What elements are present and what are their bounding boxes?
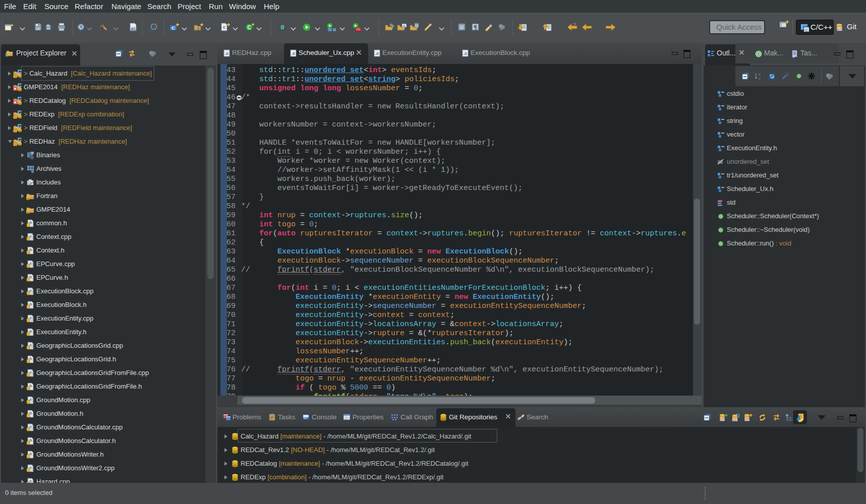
svg-text:h: h bbox=[30, 452, 32, 456]
svg-text:GIT: GIT bbox=[733, 418, 737, 421]
svg-text:h: h bbox=[30, 411, 32, 415]
svg-text:h: h bbox=[30, 247, 32, 252]
svg-text:z: z bbox=[759, 77, 761, 80]
svg-text:c: c bbox=[223, 25, 225, 30]
svg-text:h: h bbox=[30, 275, 32, 279]
svg-text:C: C bbox=[18, 97, 21, 102]
svg-text:¶: ¶ bbox=[474, 24, 477, 31]
svg-text:c: c bbox=[30, 234, 32, 238]
svg-text:h: h bbox=[30, 302, 32, 306]
svg-text:C: C bbox=[18, 110, 21, 115]
svg-text:C: C bbox=[805, 28, 808, 32]
svg-text:.c: .c bbox=[225, 51, 229, 56]
svg-text:C: C bbox=[171, 26, 175, 31]
svg-text:GIT: GIT bbox=[720, 418, 724, 421]
svg-text:010: 010 bbox=[131, 27, 136, 30]
svg-text:C: C bbox=[18, 70, 21, 75]
svg-text:c: c bbox=[30, 343, 32, 347]
svg-text:C: C bbox=[18, 124, 21, 129]
svg-text:h: h bbox=[30, 438, 32, 443]
svg-text:C: C bbox=[247, 25, 251, 30]
svg-text:h: h bbox=[30, 329, 32, 334]
svg-text:C: C bbox=[18, 138, 21, 143]
svg-text:C: C bbox=[18, 83, 21, 88]
svg-text:c: c bbox=[30, 316, 32, 320]
svg-text:h: h bbox=[30, 384, 32, 388]
svg-text:GIT: GIT bbox=[837, 28, 842, 31]
svg-text:c: c bbox=[197, 26, 200, 31]
svg-text:c: c bbox=[30, 261, 32, 266]
svg-text:a: a bbox=[759, 73, 761, 76]
svg-text:.c: .c bbox=[464, 51, 468, 56]
svg-text:h: h bbox=[30, 356, 32, 361]
svg-text:c: c bbox=[30, 465, 32, 470]
svg-text:GIT: GIT bbox=[745, 418, 749, 421]
svg-text:c: c bbox=[30, 370, 32, 374]
svg-text:A: A bbox=[403, 24, 406, 27]
svg-text:h: h bbox=[30, 220, 32, 225]
svg-text:c: c bbox=[30, 397, 32, 402]
svg-text:.c: .c bbox=[375, 51, 379, 56]
svg-text:c: c bbox=[30, 288, 32, 293]
svg-text:c: c bbox=[30, 424, 32, 429]
svg-text:.c: .c bbox=[292, 51, 296, 56]
